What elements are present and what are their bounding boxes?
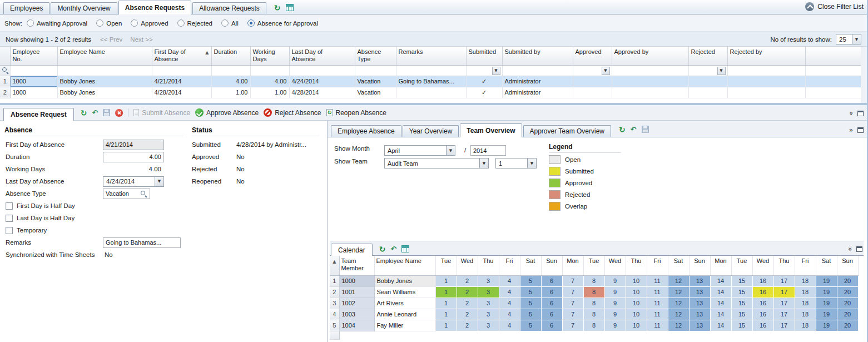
calendar-day-cell[interactable]: 11 [647,298,668,309]
calendar-day-cell[interactable]: 12 [668,309,689,320]
overview-tab-employee-absence[interactable]: Employee Absence [331,125,401,137]
calendar-day-cell[interactable]: 14 [710,275,731,286]
calendar-day-cell[interactable]: 15 [731,286,752,298]
day-header-9[interactable]: Wed [604,256,626,275]
calendar-day-cell[interactable]: 20 [837,309,858,320]
calendar-day-cell[interactable]: 12 [668,320,689,331]
filter-cell-first-day-of-absence[interactable] [152,65,211,76]
column-header-first-day-of-absence[interactable]: First Day of Absence▲ [152,47,211,65]
calendar-day-cell[interactable]: 6 [541,309,562,320]
calendar-day-cell[interactable]: 2 [457,320,478,331]
calendar-day-cell[interactable]: 8 [583,320,604,331]
column-header-absence-type[interactable]: Absence Type [355,47,396,65]
column-header-submitted-by[interactable]: Submitted by [502,47,573,65]
calendar-day-cell[interactable]: 3 [478,298,499,309]
calendar-day-cell[interactable]: 4 [499,286,520,298]
calendar-day-cell[interactable]: 3 [478,309,499,320]
year-input[interactable]: 2014 [470,145,506,156]
prev-page-link[interactable]: << Prev [100,36,122,43]
submit-absence-button[interactable]: Submit Absence [133,109,190,117]
calendar-day-cell[interactable]: 1 [435,298,457,309]
calendar-day-cell[interactable]: 17 [773,275,795,286]
calendar-day-cell[interactable]: 16 [752,320,773,331]
day-header-3[interactable]: Thu [478,256,499,275]
calendar-day-cell[interactable]: 2 [457,298,478,309]
table-row[interactable]: 11000Bobby Jones4/21/20144.004.004/24/20… [0,76,861,87]
last-day-select[interactable]: 4/24/2014 ▼ [103,176,164,187]
calendar-day-cell[interactable]: 20 [837,275,858,286]
calendar-day-cell[interactable]: 12 [668,298,689,309]
calendar-day-cell[interactable]: 10 [626,275,647,286]
next-page-link[interactable]: Next >> [130,36,152,43]
approve-absence-button[interactable]: Approve Absence [195,108,259,117]
calendar-day-cell[interactable]: 9 [604,286,626,298]
day-header-20[interactable]: Sun [837,256,858,275]
filter-cell-working-days[interactable] [250,65,289,76]
calendar-day-cell[interactable]: 18 [795,320,816,331]
calendar-day-cell[interactable]: 2 [457,286,478,298]
day-header-18[interactable]: Fri [795,256,816,275]
day-header-2[interactable]: Wed [457,256,478,275]
collapse-pane-icon[interactable]: » [847,247,852,251]
radio-open[interactable]: Open [96,19,122,27]
day-header-12[interactable]: Sat [668,256,689,275]
filter-cell-submitted[interactable]: ▼ [466,65,502,76]
overview-tab-year-overview[interactable]: Year Overview [403,125,459,137]
tab-monthly-overview[interactable]: Monthly Overview [51,2,117,14]
calendar-day-cell[interactable]: 12 [668,286,689,298]
column-header-working-days[interactable]: Working Days [250,47,289,65]
save-icon[interactable] [103,109,110,116]
calendar-day-cell[interactable]: 19 [816,320,837,331]
calendar-day-cell[interactable]: 19 [816,286,837,298]
column-header-last-day-of-absence[interactable]: Last Day of Absence [289,47,355,65]
column-header-rejected[interactable]: Rejected [688,47,727,65]
column-header-remarks[interactable]: Remarks [396,47,466,65]
calendar-day-cell[interactable]: 13 [689,298,710,309]
refresh-icon[interactable]: ↻ [619,126,626,133]
team-number-select[interactable]: 1 ▼ [495,158,537,168]
undo-icon[interactable]: ↶ [390,246,396,252]
calendar-day-cell[interactable]: 20 [837,320,858,331]
calendar-row[interactable]: 21001Sean Williams1234567891011121314151… [330,286,858,298]
calendar-day-cell[interactable]: 18 [795,286,816,298]
calendar-row[interactable]: 11000Bobby Jones123456789101112131415161… [330,275,858,286]
tab-employees[interactable]: Employees [3,2,49,14]
calendar-day-cell[interactable]: 1 [435,275,457,286]
calendar-day-cell[interactable]: 7 [562,298,583,309]
calendar-day-cell[interactable]: 6 [541,298,562,309]
calendar-day-cell[interactable]: 18 [795,309,816,320]
calendar-day-cell[interactable]: 11 [647,309,668,320]
duration-field[interactable]: 4.00 [103,152,164,162]
radio-rejected[interactable]: Rejected [177,19,212,27]
filter-cell-rejected[interactable]: ▼ [688,65,727,76]
day-header-13[interactable]: Sun [689,256,710,275]
refresh-icon[interactable]: ↻ [274,4,281,11]
calendar-day-cell[interactable]: 4 [499,320,520,331]
overview-tab-team-overview[interactable]: Team Overview [460,123,522,137]
calendar-day-cell[interactable]: 19 [816,298,837,309]
save-icon[interactable] [642,126,649,133]
calendar-day-cell[interactable]: 5 [520,309,541,320]
column-header-employee-name[interactable]: Employee Name [57,47,152,65]
table-row[interactable]: 21000Bobby Jones4/28/20141.001.004/28/20… [0,87,861,98]
calendar-day-cell[interactable]: 4 [499,309,520,320]
calendar-day-cell[interactable]: 19 [816,309,837,320]
page-size-select[interactable]: 25 ▼ [836,34,861,44]
filter-cell-submitted-by[interactable] [502,65,573,76]
maximize-pane-icon[interactable] [857,127,864,133]
calendar-day-cell[interactable]: 13 [689,286,710,298]
reject-absence-button[interactable]: Reject Absence [264,108,321,117]
calendar-day-cell[interactable]: 1 [435,286,457,298]
day-header-10[interactable]: Thu [626,256,647,275]
remarks-field[interactable]: Going to Bahamas... [103,237,181,248]
maximize-pane-icon[interactable] [856,246,862,252]
calendar-day-cell[interactable]: 10 [626,298,647,309]
calendar-day-cell[interactable]: 13 [689,275,710,286]
calendar-row[interactable]: 41003Annie Leonard1234567891011121314151… [330,309,858,320]
column-header-approved[interactable]: Approved [573,47,612,65]
filter-dropdown-icon[interactable]: ▼ [717,67,726,75]
calendar-day-cell[interactable]: 12 [668,275,689,286]
radio-all[interactable]: All [221,19,239,27]
tab-calendar[interactable]: Calendar [331,244,373,256]
calendar-day-cell[interactable]: 14 [710,309,731,320]
